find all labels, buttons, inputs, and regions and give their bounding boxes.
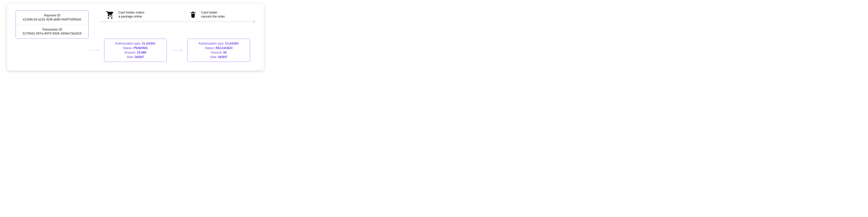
payment-id-value: e21b8c16-a131-41f8-ab80-0e6f742f65a5 [19,18,85,21]
transaction-row: Authorization type: CLASSIC Status: PEND… [16,39,255,62]
auth-status-label: Status: [123,46,133,50]
diagram-grid: Payment ID e21b8c16-a131-41f8-ab80-0e6f7… [16,10,255,62]
auth-amount-label: Amount: [211,51,222,54]
events-row: Card holder orders a package online Card… [99,10,255,19]
auth-status-value-1: PENDING [134,46,148,50]
transaction-id-section: Transaction ID 31766d1-597a-4979-93d5-19… [16,25,88,38]
auth-amount-label: Amount: [124,51,136,54]
auth-side-value-1: DEBIT [135,55,144,59]
auth-side-label: Side: [127,55,134,59]
event-order-line1: Card holder orders [118,10,145,14]
ids-box: Payment ID e21b8c16-a131-41f8-ab80-0e6f7… [16,10,89,39]
event-cancel-line1: Card holder [201,10,225,14]
event-order: Card holder orders a package online [99,10,172,19]
auth-type-value-2: CLASSIC [225,42,239,45]
payment-id-label: Payment ID [19,14,85,17]
diagram-card: Payment ID e21b8c16-a131-41f8-ab80-0e6f7… [7,3,264,71]
payment-id-section: Payment ID e21b8c16-a131-41f8-ab80-0e6f7… [16,10,88,25]
timeline-arrow [99,22,255,22]
event-cancel-line2: cancels the order [201,14,225,19]
auth-type-value-1: CLASSIC [142,42,156,45]
event-order-line2: a package online [118,14,145,19]
auth-side-label: Side: [210,55,217,59]
auth-side-value-2: DEBIT [218,55,227,59]
transaction-id-value: 31766d1-597a-4979-93d5-1904e73cb315 [19,32,85,35]
authorization-box-1: Authorization type: CLASSIC Status: PEND… [104,39,167,62]
auth-status-label: Status: [205,46,215,50]
connector-1 [89,50,99,50]
auth-type-label: Authorization type: [198,42,224,45]
event-cancel: Card holder cancels the order [182,10,255,19]
auth-amount-value-1: 23,98€ [137,51,147,54]
transaction-id-label: Transaction ID [19,28,85,31]
auth-status-value-2: RELEASED [216,46,232,50]
auth-amount-value-2: 0€ [223,51,227,54]
authorization-box-2: Authorization type: CLASSIC Status: RELE… [187,39,250,62]
connector-2 [172,50,182,50]
cart-icon [106,10,114,19]
auth-type-label: Authorization type: [115,42,141,45]
trash-icon [189,11,197,19]
